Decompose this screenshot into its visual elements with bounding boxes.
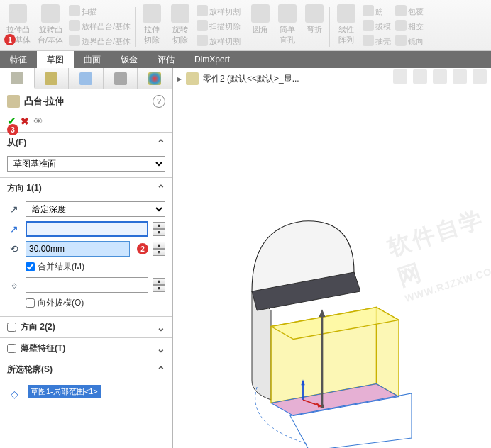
ribbon: 拉伸凸台/基体 1 旋转凸台/基体 扫描 放样凸台/基体 边界凸台/基体 拉伸切… — [0, 0, 491, 51]
linear-pattern-button[interactable]: 线性阵列 — [332, 3, 360, 47]
preview-icon[interactable]: 👁 — [33, 116, 43, 127]
dir1-label: 方向 1(1) — [7, 182, 42, 194]
direction2-header[interactable]: 方向 2(2) ⌄ — [0, 317, 172, 337]
extrude-boss-button[interactable]: 拉伸凸台/基体 1 — [1, 3, 34, 47]
command-tabs: 特征 草图 曲面 钣金 评估 DimXpert — [0, 51, 491, 68]
pm-tab-property[interactable] — [35, 68, 70, 89]
rotate-icon[interactable] — [413, 69, 427, 84]
render-icon — [148, 72, 161, 85]
cut-loft2-button[interactable]: 放样切割 — [194, 34, 243, 48]
dim-icon — [114, 72, 127, 85]
cut-extrude-button[interactable]: 拉伸切除 — [138, 3, 166, 47]
boundary-icon — [69, 35, 80, 46]
end-condition-select[interactable]: 给定深度 — [26, 201, 165, 217]
pm-tab-render[interactable] — [138, 68, 172, 89]
bend-icon — [305, 4, 324, 23]
display-icon[interactable] — [453, 69, 467, 84]
part-name[interactable]: 零件2 (默认<<默认>_显... — [203, 73, 299, 85]
intersect-icon — [395, 20, 407, 31]
chevron-up-icon: ⌃ — [157, 138, 165, 149]
part-icon — [186, 72, 199, 85]
mirror-icon — [395, 35, 407, 46]
thin-feature-header[interactable]: 薄壁特征(T) ⌄ — [0, 338, 172, 359]
pm-tab-dim[interactable] — [104, 68, 138, 89]
cut-revolve-button[interactable]: 旋转切除 — [166, 3, 194, 47]
wrap-button[interactable]: 包覆 — [393, 4, 426, 18]
reverse-direction-icon[interactable]: ↗ — [7, 202, 21, 216]
rib-icon — [363, 5, 374, 16]
chevron-down-icon: ⌄ — [157, 343, 165, 354]
sweep-button[interactable]: 扫描 — [67, 4, 133, 18]
loft-button[interactable]: 放样凸台/基体 — [67, 19, 133, 33]
cancel-icon[interactable]: ✖ — [21, 116, 29, 127]
tab-sheetmetal[interactable]: 钣金 — [111, 51, 148, 68]
tab-surface[interactable]: 曲面 — [74, 51, 111, 68]
cutloft2-icon — [197, 35, 208, 46]
draft-spinner[interactable]: ▲▼ — [153, 278, 165, 292]
hole-button[interactable]: 简单直孔 — [273, 3, 302, 47]
contour-icon: ◇ — [7, 387, 21, 401]
from-select[interactable]: 草图基准面 — [7, 156, 165, 172]
pm-header: 凸台-拉伸 ? — [0, 89, 172, 111]
direction-vector-icon[interactable]: ↗ — [7, 222, 21, 236]
chevron-up-icon: ⌃ — [157, 183, 165, 194]
contour-item[interactable]: 草图1-局部范围<1> — [28, 385, 101, 398]
draft-angle-input[interactable] — [26, 277, 148, 293]
dir-spinner[interactable]: ▲▼ — [153, 222, 165, 236]
draft-outward-checkbox[interactable]: 向外拔模(O) — [26, 297, 165, 309]
view-cube-icon[interactable] — [473, 69, 487, 84]
cutsweep-icon — [197, 20, 208, 31]
fillet-button[interactable]: 圆角 — [248, 3, 273, 36]
tab-evaluate[interactable]: 评估 — [148, 51, 184, 68]
view-toolbar — [393, 69, 487, 84]
draft-angle-icon[interactable]: ⟐ — [7, 278, 21, 292]
from-section-header[interactable]: 从(F) ⌃ — [0, 133, 172, 153]
fillet-icon — [251, 4, 270, 23]
revolve-boss-button[interactable]: 旋转凸台/基体 — [34, 3, 67, 47]
direction-field[interactable] — [26, 221, 148, 237]
config-icon — [79, 72, 92, 85]
chevron-up-icon: ⌃ — [157, 364, 165, 376]
pm-tab-feature[interactable] — [0, 68, 35, 89]
mirror-button[interactable]: 镜向 — [393, 34, 426, 48]
merge-result-checkbox[interactable]: 合并结果(M) — [26, 261, 165, 273]
badge-1: 1 — [4, 34, 16, 45]
help-icon[interactable]: ? — [153, 95, 165, 108]
expand-icon[interactable]: ▸ — [177, 74, 182, 84]
depth-input[interactable] — [26, 241, 130, 257]
panel-title: 凸台-拉伸 — [24, 95, 64, 108]
tab-feature[interactable]: 特征 — [0, 51, 37, 68]
revolve-label: 旋转凸台/基体 — [37, 24, 64, 45]
tab-dimxpert[interactable]: DimXpert — [184, 51, 240, 68]
revolve-icon — [41, 4, 60, 23]
wrap-icon — [395, 5, 407, 16]
model-preview — [216, 196, 429, 448]
depth-spinner[interactable]: ▲▼ — [153, 242, 165, 256]
pm-tab-config[interactable] — [69, 68, 104, 89]
cut-sweep-button[interactable]: 扫描切除 — [194, 19, 243, 33]
zoom-icon[interactable] — [393, 69, 407, 84]
extrude-icon — [9, 4, 27, 23]
graphics-viewport[interactable]: ▸ 零件2 (默认<<默认>_显... 软件自学网 WWW.RJZXW.COM — [173, 68, 491, 448]
rib-button[interactable]: 筋 — [360, 4, 393, 18]
boundary-button[interactable]: 边界凸台/基体 — [67, 34, 133, 48]
cut-revolve-icon — [171, 4, 189, 23]
badge-2: 2 — [137, 243, 148, 254]
linpattern-icon — [337, 4, 355, 23]
loft-icon — [69, 20, 80, 31]
selected-contours-header[interactable]: 所选轮廓(S) ⌃ — [0, 359, 172, 380]
cut-extrude-icon — [143, 4, 161, 23]
breadcrumb: ▸ 零件2 (默认<<默认>_显... — [177, 72, 299, 85]
depth-icon: ⟲ — [7, 242, 21, 256]
contour-list[interactable]: 草图1-局部范围<1> — [26, 383, 165, 405]
svg-marker-1 — [319, 309, 326, 317]
intersect-button[interactable]: 相交 — [393, 19, 426, 33]
cut-loft1-button[interactable]: 放样切割 — [194, 4, 243, 18]
direction1-header[interactable]: 方向 1(1) ⌃ — [0, 178, 172, 198]
cut-revolve-label: 旋转切除 — [169, 24, 192, 45]
draft-button[interactable]: 拔模 — [360, 19, 393, 33]
tab-sketch[interactable]: 草图 — [37, 51, 74, 68]
shell-button[interactable]: 抽壳 — [360, 34, 393, 48]
bend-button[interactable]: 弯折 — [302, 3, 327, 36]
section-icon[interactable] — [433, 69, 447, 84]
